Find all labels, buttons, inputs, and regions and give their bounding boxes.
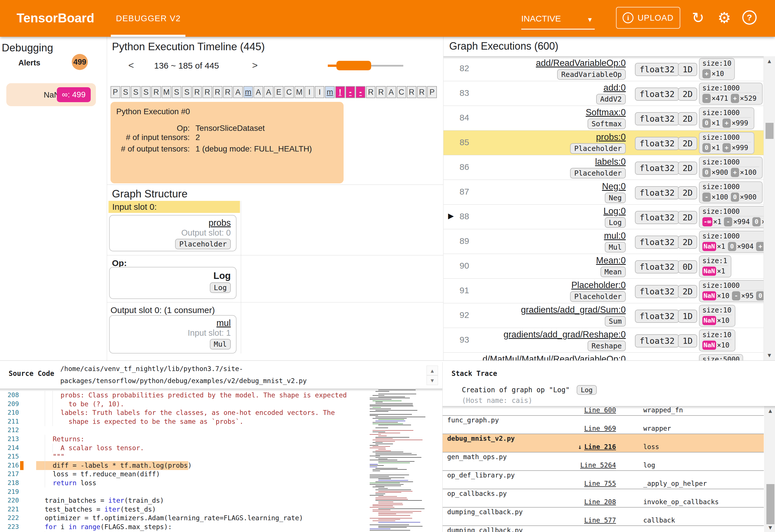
line-number[interactable]: 213: [0, 435, 19, 442]
scroll-up-button[interactable]: ▲: [427, 366, 438, 375]
line-link[interactable]: Line 969: [584, 425, 616, 432]
minimap-line: [375, 453, 412, 454]
line-number[interactable]: 208: [0, 391, 19, 399]
line-number[interactable]: 210: [0, 409, 19, 416]
timeline-cell[interactable]: M: [162, 86, 171, 98]
expander-icon[interactable]: ▶: [448, 211, 454, 220]
line-number[interactable]: 222: [0, 514, 19, 521]
code-line: 208probs: Class probabilities predicted …: [0, 391, 367, 400]
timeline-cell[interactable]: R: [192, 86, 202, 98]
dtype-chip: float32: [635, 112, 679, 125]
line-link[interactable]: Line 577: [584, 517, 616, 524]
gear-icon[interactable]: ⚙: [718, 9, 731, 27]
scrollbar-thumb[interactable]: [766, 123, 774, 139]
code-editor[interactable]: 208probs: Class probabilities predicted …: [0, 390, 367, 532]
line-number[interactable]: 219: [0, 488, 19, 495]
line-number[interactable]: 215: [0, 453, 19, 460]
timeline-cell[interactable]: A: [386, 86, 396, 98]
timeline-cell[interactable]: S: [141, 86, 151, 98]
line-link[interactable]: Line 216: [584, 443, 616, 451]
timeline-cell[interactable]: S: [182, 86, 192, 98]
timeline-prev-button[interactable]: <: [128, 60, 134, 71]
line-number[interactable]: 218: [0, 479, 19, 486]
timeline-cell[interactable]: R: [417, 86, 427, 98]
tensor-name-link[interactable]: Log:0: [603, 206, 626, 216]
scroll-down-button[interactable]: ▼: [427, 375, 438, 385]
run-status-dropdown[interactable]: INACTIVE ▼: [521, 14, 595, 24]
line-number[interactable]: 217: [0, 470, 19, 477]
alert-type-nan-inf[interactable]: NaN/ ∞: 499: [6, 83, 96, 106]
timeline-cell[interactable]: C: [284, 86, 294, 98]
line-number[interactable]: 223: [0, 523, 19, 530]
tab-debugger-v2[interactable]: DEBUGGER V2: [116, 14, 181, 23]
timeline-cell[interactable]: S: [121, 86, 131, 98]
timeline-cell[interactable]: S: [172, 86, 182, 98]
node-link[interactable]: mul: [216, 318, 231, 328]
scroll-down-icon[interactable]: ▼: [765, 524, 775, 531]
scroll-up-icon[interactable]: ▲: [764, 58, 775, 65]
line-number[interactable]: 211: [0, 418, 19, 425]
line-number[interactable]: 221: [0, 506, 19, 513]
op-type-chip: ReadVariableOp: [557, 69, 626, 80]
minimap-line: [375, 498, 407, 498]
timeline-cell[interactable]: A: [264, 86, 273, 98]
help-icon[interactable]: ?: [742, 10, 757, 25]
tensor-name-link[interactable]: probs:0: [596, 132, 626, 142]
timeline-next-button[interactable]: >: [252, 60, 258, 71]
timeline-cell[interactable]: P: [110, 86, 120, 98]
line-number[interactable]: 212: [0, 426, 19, 434]
tensor-name-link[interactable]: Neg:0: [602, 181, 626, 192]
timeline-cell[interactable]: E: [274, 86, 284, 98]
alerts-count-badge[interactable]: 499: [72, 54, 88, 70]
line-number[interactable]: 214: [0, 444, 19, 451]
stack-trace-scrollbar[interactable]: ▲ ▼: [764, 406, 775, 532]
timeline-slider-thumb[interactable]: [336, 61, 371, 70]
tensorboard-logo: TensorBoard: [17, 11, 94, 25]
timeline-cell[interactable]: R: [213, 86, 222, 98]
line-link[interactable]: Line 5264: [580, 461, 616, 469]
upload-button[interactable]: i UPLOAD: [616, 7, 680, 29]
tensor-name-link[interactable]: d/MatMul/MatMul/ReadVariableOp:0: [483, 354, 626, 360]
timeline-cell[interactable]: R: [151, 86, 161, 98]
tensor-name-link[interactable]: Placeholder:0: [571, 280, 626, 290]
timeline-cell[interactable]: I: [304, 86, 314, 98]
timeline-cell[interactable]: m: [325, 86, 335, 98]
tensor-name-link[interactable]: gradients/add_grad/Reshape:0: [504, 329, 626, 340]
timeline-cell[interactable]: C: [397, 86, 407, 98]
code-minimap[interactable]: [370, 390, 424, 532]
timeline-cell[interactable]: P: [427, 86, 437, 98]
scroll-down-icon[interactable]: ▼: [764, 352, 775, 359]
graph-executions-scrollbar[interactable]: ▲ ▼: [764, 56, 775, 360]
tensor-name-link[interactable]: add/ReadVariableOp:0: [536, 58, 626, 68]
timeline-cell[interactable]: R: [223, 86, 233, 98]
divider: [107, 255, 443, 255]
timeline-cell[interactable]: R: [407, 86, 417, 98]
minimap-line: [375, 428, 388, 428]
tensor-name-link[interactable]: Softmax:0: [586, 107, 626, 118]
line-number[interactable]: 220: [0, 497, 19, 504]
scrollbar-thumb[interactable]: [766, 484, 774, 524]
tensor-name-link[interactable]: gradients/add_grad/Sum:0: [521, 305, 626, 315]
timeline-cell[interactable]: A: [253, 86, 263, 98]
timeline-cell[interactable]: R: [366, 86, 376, 98]
line-number[interactable]: 209: [0, 400, 19, 407]
tensor-name-link[interactable]: Mean:0: [596, 255, 626, 266]
line-number[interactable]: 216: [0, 462, 19, 469]
line-link[interactable]: Line 755: [584, 480, 616, 487]
timeline-cell[interactable]: R: [376, 86, 386, 98]
tensor-name-link[interactable]: mul:0: [604, 231, 626, 241]
timeline-cell[interactable]: -: [355, 86, 365, 98]
timeline-cell[interactable]: m: [243, 86, 253, 98]
timeline-cell[interactable]: M: [294, 86, 304, 98]
tensor-name-link[interactable]: labels:0: [595, 157, 626, 167]
tensor-name-link[interactable]: add:0: [603, 83, 626, 93]
refresh-icon[interactable]: ↻: [692, 9, 704, 27]
timeline-cell[interactable]: I: [315, 86, 324, 98]
node-link[interactable]: probs: [208, 218, 231, 228]
timeline-cell[interactable]: !: [335, 86, 345, 98]
timeline-cell[interactable]: A: [233, 86, 243, 98]
line-link[interactable]: Line 208: [584, 498, 616, 506]
timeline-cell[interactable]: S: [131, 86, 141, 98]
timeline-cell[interactable]: -: [345, 86, 355, 98]
timeline-cell[interactable]: R: [202, 86, 212, 98]
